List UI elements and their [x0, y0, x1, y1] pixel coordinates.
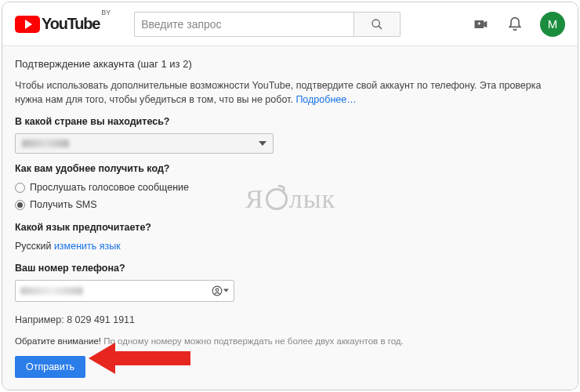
- step-title: Подтверждение аккаунта (шаг 1 из 2): [15, 57, 565, 72]
- logo-text: YouTube: [42, 15, 100, 33]
- country-label: В какой стране вы находитесь?: [15, 114, 565, 129]
- svg-marker-9: [223, 289, 229, 292]
- avatar-letter: M: [548, 17, 558, 31]
- phone-example: Например: 8 029 491 1911: [15, 313, 565, 327]
- radio-voice[interactable]: Прослушать голосовое сообщение: [15, 180, 565, 194]
- main-content: Я лык Подтверждение аккаунта (шаг 1 из 2…: [2, 46, 578, 390]
- radio-icon: [15, 183, 25, 193]
- radio-icon: [15, 200, 25, 210]
- language-value: Русский: [15, 241, 51, 252]
- search-icon: [371, 18, 383, 31]
- country-select[interactable]: [15, 133, 274, 154]
- svg-point-8: [216, 289, 219, 292]
- svg-rect-5: [479, 22, 480, 24]
- radio-sms-label: Получить SMS: [30, 198, 97, 212]
- description: Чтобы использовать дополнительные возмож…: [15, 78, 565, 107]
- search-input[interactable]: [134, 12, 353, 37]
- learn-more-link[interactable]: Подробнее…: [295, 94, 356, 105]
- search-button[interactable]: [353, 12, 401, 37]
- avatar[interactable]: M: [540, 12, 565, 37]
- phone-value-redacted: [20, 287, 83, 295]
- notice-attention: Обратите внимание!: [15, 336, 101, 346]
- app-header: YouTube BY M: [2, 2, 578, 46]
- notice-rest: По одному номеру можно подтверждать не б…: [101, 336, 404, 346]
- youtube-logo[interactable]: YouTube BY: [15, 15, 111, 33]
- phone-label: Ваш номер телефона?: [15, 261, 565, 275]
- contacts-picker-icon[interactable]: [212, 285, 229, 296]
- notice: Обратите внимание! По одному номеру можн…: [15, 335, 565, 348]
- chevron-down-icon: [259, 140, 266, 147]
- svg-marker-3: [484, 20, 487, 27]
- phone-input[interactable]: [15, 280, 234, 302]
- svg-point-0: [372, 20, 379, 27]
- code-method-label: Как вам удобнее получить код?: [15, 162, 565, 176]
- youtube-play-icon: YouTube: [15, 15, 100, 33]
- svg-rect-10: [112, 351, 190, 365]
- radio-voice-label: Прослушать голосовое сообщение: [30, 180, 189, 194]
- logo-country-code: BY: [101, 9, 111, 16]
- language-label: Какой язык предпочитаете?: [15, 220, 565, 234]
- search-box: [134, 12, 401, 37]
- language-row: Русский изменить язык: [15, 239, 565, 253]
- change-language-link[interactable]: изменить язык: [54, 241, 121, 252]
- svg-marker-6: [259, 141, 266, 146]
- country-value-redacted: [22, 140, 69, 147]
- radio-sms[interactable]: Получить SMS: [15, 198, 565, 212]
- notifications-icon[interactable]: [506, 15, 524, 34]
- create-video-icon[interactable]: [471, 15, 490, 34]
- submit-button[interactable]: Отправить: [15, 356, 85, 378]
- svg-line-1: [379, 26, 382, 29]
